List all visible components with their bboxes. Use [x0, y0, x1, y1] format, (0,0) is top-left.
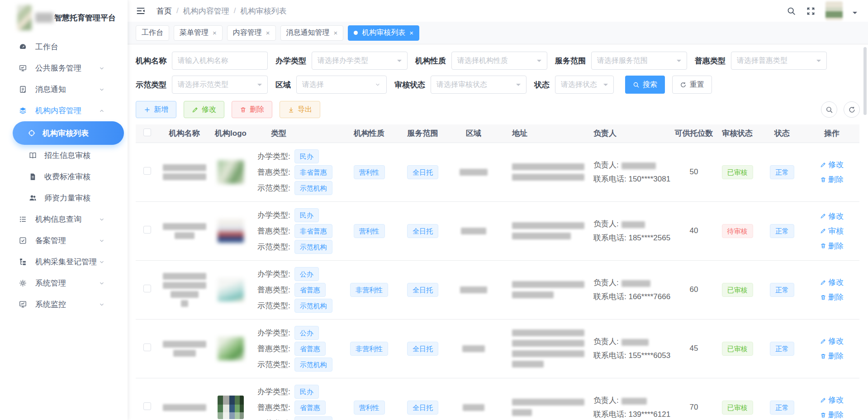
delete-link[interactable]: 删除: [820, 174, 844, 185]
capacity-value: 60: [673, 260, 715, 319]
app-logo-text-redacted: [35, 13, 53, 23]
chevron-down-icon: [99, 238, 105, 244]
sidebar: 智慧托育管理平台 工作台 公共服务管理 消息通知 机构内容管理: [0, 0, 128, 420]
sidebar-item-org-audit-list[interactable]: 机构审核列表: [13, 121, 124, 145]
sidebar-item-workbench[interactable]: 工作台: [0, 36, 128, 57]
avatar-caret-down-icon[interactable]: [853, 12, 857, 16]
audit-status-tag: 已审核: [722, 342, 753, 356]
address-redacted: [512, 399, 574, 416]
contact-phone: 联系电话: 166****7666: [593, 291, 671, 302]
demo-type-select[interactable]: 请选择示范类型: [172, 76, 268, 94]
toolbar-right: [821, 101, 860, 118]
edit-button[interactable]: 修改: [184, 101, 224, 118]
tab-menu-management[interactable]: 菜单管理×: [174, 25, 223, 41]
edit-link[interactable]: 修改: [820, 277, 844, 287]
audit-link[interactable]: 审核: [820, 226, 844, 236]
edit-link[interactable]: 修改: [820, 159, 844, 170]
select-caret-icon: [257, 84, 262, 88]
breadcrumb-separator: /: [176, 6, 179, 15]
delete-link[interactable]: 删除: [820, 351, 844, 361]
trash-icon: [820, 294, 826, 301]
toggle-search-icon[interactable]: [821, 101, 837, 118]
tab-content-management[interactable]: 内容管理×: [227, 25, 276, 41]
tab-message-notice-management[interactable]: 消息通知管理×: [280, 25, 344, 41]
sidebar-item-org-collection-registry[interactable]: 机构采集登记管理: [0, 251, 128, 272]
school-type-select[interactable]: 请选择办学类型: [312, 52, 408, 70]
col-region: 区域: [449, 124, 498, 143]
edit-link[interactable]: 修改: [820, 211, 844, 221]
org-nature-select[interactable]: 请选择机构性质: [451, 52, 547, 70]
delete-link[interactable]: 删除: [820, 241, 844, 251]
select-all-checkbox[interactable]: [143, 129, 151, 136]
tab-org-audit-list[interactable]: 机构审核列表×: [348, 25, 419, 41]
sidebar-collapse-icon[interactable]: [136, 6, 146, 16]
close-icon[interactable]: ×: [213, 29, 217, 36]
type-tag: 民办: [294, 149, 319, 163]
sidebar-item-enrollment-audit[interactable]: 招生信息审核: [0, 145, 128, 166]
checkbox-icon: [18, 236, 27, 245]
type-tag: 示范机构: [294, 299, 332, 313]
sidebar-item-org-content[interactable]: 机构内容管理: [0, 100, 128, 121]
filter-inclusive-type: 普惠类型 请选择普惠类型: [695, 52, 827, 70]
topbar-right: [787, 1, 857, 20]
chevron-down-icon: [99, 301, 105, 308]
dashboard-icon: [18, 43, 27, 52]
type-label: 示范类型:: [257, 242, 290, 252]
fullscreen-icon[interactable]: [806, 6, 816, 16]
region-cascader[interactable]: 请选择: [296, 76, 387, 94]
select-caret-icon: [603, 84, 608, 88]
type-tag: 省普惠: [294, 401, 326, 415]
edit-link[interactable]: 修改: [820, 395, 844, 405]
row-checkbox[interactable]: [143, 167, 151, 175]
app-logo-row: 智慧托育管理平台: [0, 0, 128, 35]
org-audit-table: 机构名称 机构logo 类型 机构性质 服务范围 区域 地址 负责人 可供托位数…: [136, 124, 859, 420]
sidebar-item-system-monitor[interactable]: 系统监控: [0, 294, 128, 315]
add-button[interactable]: 新增: [136, 101, 176, 118]
row-actions: 修改删除: [806, 336, 858, 361]
service-scope-tag: 全日托: [407, 401, 438, 415]
delete-button[interactable]: 删除: [232, 101, 272, 118]
tree-list-icon: [18, 258, 27, 267]
audit-status-select[interactable]: 请选择审核状态: [431, 76, 526, 94]
org-name-input[interactable]: [178, 57, 262, 65]
delete-link[interactable]: 删除: [820, 410, 844, 420]
user-avatar[interactable]: [825, 1, 843, 20]
service-scope-select[interactable]: 请选择服务范围: [591, 52, 687, 70]
contact-phone: 联系电话: 155****6053: [593, 350, 671, 361]
sidebar-item-fee-standard-audit[interactable]: 收费标准审核: [0, 166, 128, 187]
status-select[interactable]: 请选择状态: [555, 76, 614, 94]
row-checkbox[interactable]: [143, 344, 151, 351]
sidebar-item-system-management[interactable]: 系统管理: [0, 272, 128, 294]
delete-link[interactable]: 删除: [820, 292, 844, 302]
export-button[interactable]: 导出: [280, 101, 320, 118]
row-checkbox[interactable]: [143, 285, 151, 292]
reset-button[interactable]: 重置: [672, 76, 712, 94]
tab-workbench[interactable]: 工作台: [136, 25, 169, 41]
close-icon[interactable]: ×: [409, 29, 413, 36]
region-value: [451, 169, 497, 176]
scrollbar-thumb[interactable]: [863, 47, 867, 115]
sidebar-item-org-info-query[interactable]: 机构信息查询: [0, 209, 128, 230]
refresh-icon[interactable]: [844, 101, 860, 118]
breadcrumb-home[interactable]: 首页: [157, 6, 172, 16]
inclusive-type-select[interactable]: 请选择普惠类型: [731, 52, 827, 70]
users-icon: [28, 194, 37, 203]
sidebar-item-teacher-audit[interactable]: 师资力量审核: [0, 187, 128, 209]
row-checkbox[interactable]: [143, 226, 151, 234]
search-icon[interactable]: [787, 6, 796, 16]
search-button[interactable]: 搜索: [625, 76, 665, 94]
close-icon[interactable]: ×: [334, 29, 338, 36]
type-cell: 办学类型:公办普惠类型:省普惠示范类型:示范机构: [253, 326, 340, 372]
breadcrumb-item[interactable]: 机构内容管理: [183, 6, 229, 16]
sidebar-item-public-service[interactable]: 公共服务管理: [0, 57, 128, 79]
col-actions: 操作: [804, 124, 859, 143]
row-checkbox[interactable]: [143, 402, 151, 410]
edit-link[interactable]: 修改: [820, 336, 844, 346]
sidebar-item-message-notice[interactable]: 消息通知: [0, 79, 128, 100]
manager-cell: 负责人:联系电话: 150****3081: [593, 160, 671, 184]
sidebar-item-record-management[interactable]: 备案管理: [0, 230, 128, 251]
chevron-down-icon: [99, 86, 105, 93]
close-icon[interactable]: ×: [266, 29, 270, 36]
table-row: 办学类型:民办普惠类型:非省普惠示范类型:示范机构 营利性 全日托 负责人:联系…: [136, 201, 859, 260]
col-capacity: 可供托位数: [673, 124, 715, 143]
